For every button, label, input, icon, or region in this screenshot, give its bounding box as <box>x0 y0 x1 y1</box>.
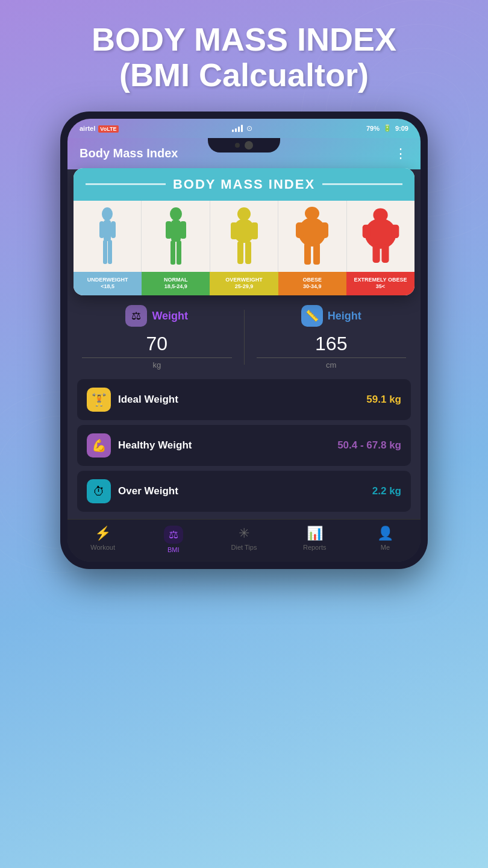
svg-rect-27 <box>321 222 328 238</box>
nav-item-workout[interactable]: ⚡ Workout <box>67 526 138 553</box>
svg-rect-16 <box>170 241 175 265</box>
ideal-weight-icon: 🏋 <box>87 388 111 412</box>
bmi-info-card: BODY MASS INDEX <box>74 168 414 295</box>
phone-mockup: airtel VoLTE ⊙ 79% 🔋 9:09 <box>60 112 428 569</box>
time: 9:09 <box>395 125 408 132</box>
silhouette-extremely-obese <box>360 206 402 272</box>
svg-rect-22 <box>237 241 243 264</box>
svg-rect-13 <box>171 220 181 242</box>
silhouette-overweight <box>223 206 265 272</box>
height-value[interactable]: 165 <box>257 333 407 358</box>
weight-label: Weight <box>152 310 188 322</box>
figure-normal <box>142 201 210 272</box>
nav-item-reports[interactable]: 📊 Reports <box>280 526 350 553</box>
svg-rect-20 <box>231 222 237 239</box>
healthy-weight-label: Healthy Weight <box>118 439 192 451</box>
ideal-weight-label: Ideal Weight <box>118 394 178 406</box>
workout-nav-icon: ⚡ <box>95 526 111 541</box>
bmi-nav-label: BMI <box>167 546 180 553</box>
healthy-weight-icon: 💪 <box>87 433 111 458</box>
svg-rect-11 <box>108 240 112 264</box>
svg-rect-29 <box>313 243 320 265</box>
input-divider <box>244 310 245 365</box>
svg-rect-10 <box>103 240 107 264</box>
ideal-weight-value: 59.1 kg <box>366 394 401 406</box>
menu-button[interactable]: ⋮ <box>394 146 408 162</box>
label-obese: OBESE 30-34,9 <box>278 272 346 295</box>
bmi-nav-icon: ⚖ <box>164 526 183 544</box>
bmi-card-title: BODY MASS INDEX <box>173 177 315 192</box>
svg-rect-7 <box>104 220 111 241</box>
me-nav-label: Me <box>381 544 390 551</box>
status-right: 79% 🔋 9:09 <box>366 124 408 132</box>
svg-rect-8 <box>99 221 104 238</box>
weight-icon: ⚖ <box>125 305 147 327</box>
silhouette-normal <box>155 206 197 272</box>
nav-item-diet-tips[interactable]: ✳ Diet Tips <box>208 526 279 553</box>
height-icon: 📏 <box>301 305 323 327</box>
label-underweight: UNDERWEIGHT <18,5 <box>74 272 142 295</box>
svg-point-12 <box>170 207 182 221</box>
svg-rect-35 <box>381 245 389 263</box>
svg-rect-14 <box>166 221 172 239</box>
bmi-labels-row: UNDERWEIGHT <18,5 NORMAL 18,5-24,9 OVERW… <box>74 272 414 295</box>
svg-rect-9 <box>111 221 116 238</box>
banner-line-left <box>86 183 166 185</box>
height-label: Height <box>328 310 361 322</box>
svg-rect-28 <box>304 243 311 265</box>
bottom-navigation: ⚡ Workout ⚖ BMI ✳ Diet Tips 📊 Reports 👤 … <box>67 519 421 562</box>
signal-icon <box>232 125 243 132</box>
figure-obese <box>278 201 346 272</box>
weight-value[interactable]: 70 <box>82 333 232 358</box>
svg-rect-17 <box>177 241 181 265</box>
diet-tips-nav-label: Diet Tips <box>231 544 257 551</box>
page-main-title: BODY MASS INDEX (BMI Calcualtor) <box>24 22 464 93</box>
banner-line-right <box>322 183 402 185</box>
diet-tips-nav-icon: ✳ <box>239 526 249 541</box>
silhouette-obese <box>291 206 333 272</box>
svg-point-18 <box>237 207 251 221</box>
over-weight-row: ⏱ Over Weight 2.2 kg <box>77 471 411 512</box>
figure-underweight <box>74 201 142 272</box>
svg-rect-33 <box>391 225 399 238</box>
svg-rect-32 <box>362 225 370 238</box>
weight-label-row: ⚖ Weight <box>82 305 232 327</box>
reports-nav-label: Reports <box>303 544 327 551</box>
silhouette-underweight <box>86 206 128 272</box>
reports-nav-icon: 📊 <box>307 526 323 541</box>
svg-rect-23 <box>245 241 251 264</box>
label-extremely-obese: EXTREMELY OBESE 35< <box>346 272 414 295</box>
results-section: 🏋 Ideal Weight 59.1 kg 💪 Healthy Weight … <box>67 379 421 519</box>
svg-rect-26 <box>296 222 304 238</box>
workout-nav-label: Workout <box>90 544 115 551</box>
svg-rect-21 <box>251 222 258 239</box>
height-label-row: 📏 Height <box>257 305 407 327</box>
carrier-info: airtel VoLTE <box>80 125 119 132</box>
svg-point-6 <box>102 207 113 221</box>
phone-notch <box>208 138 280 153</box>
app-title: Body Mass Index <box>80 146 178 160</box>
height-input-group: 📏 Height 165 cm <box>257 305 407 370</box>
healthy-weight-left: 💪 Healthy Weight <box>87 433 192 458</box>
healthy-weight-row: 💪 Healthy Weight 50.4 - 67.8 kg <box>77 425 411 466</box>
bmi-card-header: BODY MASS INDEX <box>74 168 414 201</box>
battery-level: 79% <box>366 125 380 132</box>
over-weight-icon: ⏱ <box>87 479 111 503</box>
page-title-area: BODY MASS INDEX (BMI Calcualtor) <box>0 0 488 105</box>
wifi-icon: ⊙ <box>246 124 252 133</box>
bmi-figures-container <box>74 201 414 272</box>
weight-unit: kg <box>152 360 161 370</box>
nav-item-me[interactable]: 👤 Me <box>350 526 421 553</box>
me-nav-icon: 👤 <box>377 526 393 541</box>
over-weight-left: ⏱ Over Weight <box>87 479 178 503</box>
battery-icon: 🔋 <box>383 124 392 132</box>
over-weight-label: Over Weight <box>118 485 178 497</box>
input-section: ⚖ Weight 70 kg 📏 Height 165 cm <box>67 295 421 379</box>
label-normal: NORMAL 18,5-24,9 <box>142 272 210 295</box>
height-unit: cm <box>326 360 336 370</box>
figure-extremely-obese <box>347 201 414 272</box>
weight-input-group: ⚖ Weight 70 kg <box>82 305 232 370</box>
healthy-weight-value: 50.4 - 67.8 kg <box>337 439 401 451</box>
nav-item-bmi[interactable]: ⚖ BMI <box>138 526 208 553</box>
svg-rect-34 <box>372 245 380 263</box>
